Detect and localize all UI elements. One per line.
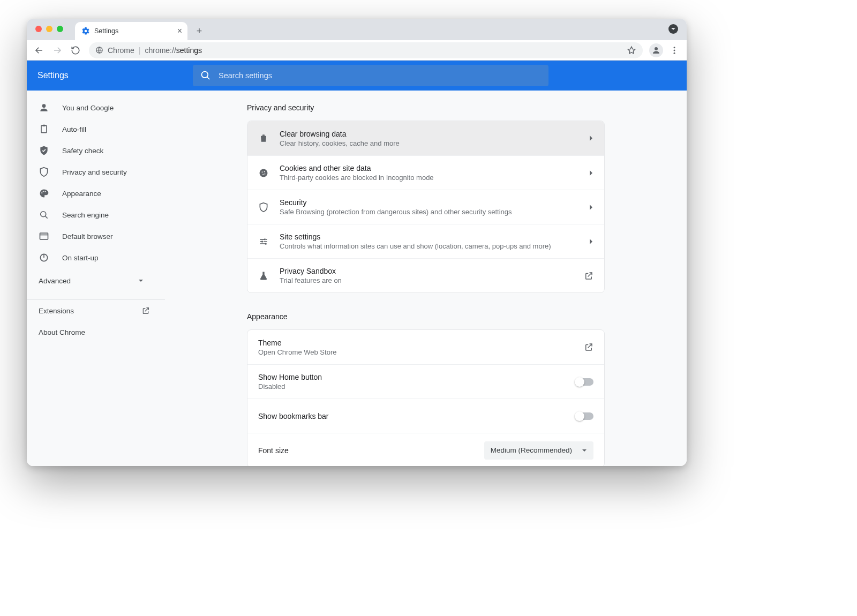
sidebar-about-link[interactable]: About Chrome	[27, 321, 165, 343]
svg-point-8	[41, 192, 42, 193]
sidebar-extensions-link[interactable]: Extensions	[27, 300, 165, 321]
kebab-menu-button[interactable]	[666, 42, 682, 58]
palette-icon	[39, 188, 49, 199]
sidebar-item-label: You and Google	[62, 104, 114, 112]
section-title-privacy: Privacy and security	[247, 103, 605, 112]
search-icon	[39, 209, 49, 220]
minimize-window-button[interactable]	[46, 26, 52, 32]
profile-avatar-button[interactable]	[649, 43, 663, 57]
svg-rect-6	[41, 125, 47, 132]
flask-icon	[258, 271, 269, 281]
browser-tab[interactable]: Settings ×	[75, 22, 187, 40]
section-title-appearance: Appearance	[247, 312, 605, 321]
open-in-new-icon	[141, 306, 150, 315]
svg-rect-7	[43, 125, 46, 126]
new-tab-button[interactable]: +	[192, 24, 207, 39]
row-title: Show Home button	[258, 373, 575, 381]
sidebar-item-safety-check[interactable]: Safety check	[27, 140, 157, 161]
bookmark-star-icon[interactable]	[627, 46, 636, 55]
sliders-icon	[258, 236, 269, 247]
font-size-value: Medium (Recommended)	[491, 446, 572, 454]
row-title: Cookies and other site data	[280, 164, 578, 172]
settings-header: Settings	[27, 61, 687, 91]
person-icon	[39, 102, 49, 113]
chevron-right-icon	[589, 204, 593, 211]
zoom-window-button[interactable]	[57, 26, 63, 32]
toggle-show-bookmarks[interactable]	[575, 412, 593, 420]
url-path: settings	[176, 46, 202, 55]
address-bar[interactable]: Chrome | chrome://settings	[89, 42, 643, 58]
advanced-label: Advanced	[39, 277, 71, 285]
row-subtitle: Clear history, cookies, cache and more	[280, 139, 578, 147]
shield-check-icon	[39, 145, 49, 156]
sidebar-item-label: Default browser	[62, 232, 113, 241]
sidebar-item-on-startup[interactable]: On start-up	[27, 247, 157, 268]
svg-point-1	[655, 47, 658, 50]
svg-point-9	[43, 191, 44, 192]
row-title: Site settings	[280, 232, 578, 241]
reload-button[interactable]	[67, 42, 84, 58]
back-button[interactable]	[31, 42, 47, 58]
row-subtitle: Open Chrome Web Store	[258, 348, 584, 356]
chevron-right-icon	[589, 135, 593, 141]
row-show-home[interactable]: Show Home button Disabled	[247, 364, 604, 399]
sidebar-item-autofill[interactable]: Auto-fill	[27, 118, 157, 140]
row-title: Security	[280, 198, 578, 207]
row-cookies[interactable]: Cookies and other site data Third-party …	[247, 155, 604, 190]
origin-label: Chrome	[108, 46, 134, 55]
gear-icon	[81, 27, 90, 35]
sidebar-item-search-engine[interactable]: Search engine	[27, 204, 157, 226]
row-subtitle: Disabled	[258, 382, 575, 390]
row-title: Font size	[258, 446, 484, 455]
forward-button[interactable]	[49, 42, 65, 58]
sidebar-item-label: Safety check	[62, 147, 103, 155]
extensions-label: Extensions	[39, 307, 74, 315]
font-size-select[interactable]: Medium (Recommended)	[484, 441, 593, 460]
row-subtitle: Safe Browsing (protection from dangerous…	[280, 208, 578, 216]
svg-point-11	[41, 212, 46, 217]
row-subtitle: Trial features are on	[280, 276, 573, 284]
row-theme[interactable]: Theme Open Chrome Web Store	[247, 330, 604, 364]
toggle-show-home[interactable]	[575, 378, 593, 386]
tab-strip: Settings × +	[27, 19, 687, 40]
extensions-badge-icon[interactable]	[668, 24, 678, 34]
svg-point-17	[262, 174, 264, 175]
svg-point-2	[674, 47, 675, 48]
close-window-button[interactable]	[35, 26, 42, 32]
svg-point-18	[265, 173, 266, 174]
close-tab-icon[interactable]: ×	[177, 27, 182, 35]
svg-point-15	[262, 171, 263, 172]
power-icon	[39, 252, 49, 263]
browser-toolbar: Chrome | chrome://settings	[27, 40, 687, 61]
svg-point-16	[264, 171, 265, 172]
sidebar-item-appearance[interactable]: Appearance	[27, 183, 157, 204]
row-site-settings[interactable]: Site settings Controls what information …	[247, 224, 604, 258]
row-title: Theme	[258, 339, 584, 347]
sidebar-item-label: Appearance	[62, 190, 101, 198]
search-settings-input[interactable]	[219, 71, 541, 80]
sidebar-advanced-toggle[interactable]: Advanced	[27, 268, 165, 293]
row-title: Clear browsing data	[280, 130, 578, 138]
row-privacy-sandbox[interactable]: Privacy Sandbox Trial features are on	[247, 258, 604, 292]
chevron-down-icon	[582, 448, 587, 453]
browser-window: Settings × + Chrome | chrome://settings	[27, 19, 687, 466]
cookie-icon	[258, 168, 269, 178]
shield-icon	[258, 202, 269, 213]
svg-point-5	[42, 104, 46, 108]
sidebar-item-you-and-google[interactable]: You and Google	[27, 97, 157, 118]
window-icon	[39, 231, 49, 242]
row-security[interactable]: Security Safe Browsing (protection from …	[247, 190, 604, 224]
site-info-button[interactable]: Chrome	[95, 46, 134, 55]
chevron-down-icon	[138, 278, 144, 283]
sidebar-item-privacy[interactable]: Privacy and security	[27, 161, 157, 183]
sidebar-item-label: Privacy and security	[62, 168, 127, 176]
settings-main: Privacy and security Clear browsing data…	[165, 91, 687, 466]
row-show-bookmarks[interactable]: Show bookmarks bar	[247, 399, 604, 433]
about-label: About Chrome	[39, 328, 85, 336]
search-settings-field[interactable]	[193, 65, 548, 86]
sidebar-item-default-browser[interactable]: Default browser	[27, 226, 157, 247]
trash-icon	[258, 133, 269, 144]
row-clear-browsing-data[interactable]: Clear browsing data Clear history, cooki…	[247, 121, 604, 155]
window-controls	[35, 26, 63, 32]
url-scheme: chrome://	[145, 46, 176, 55]
